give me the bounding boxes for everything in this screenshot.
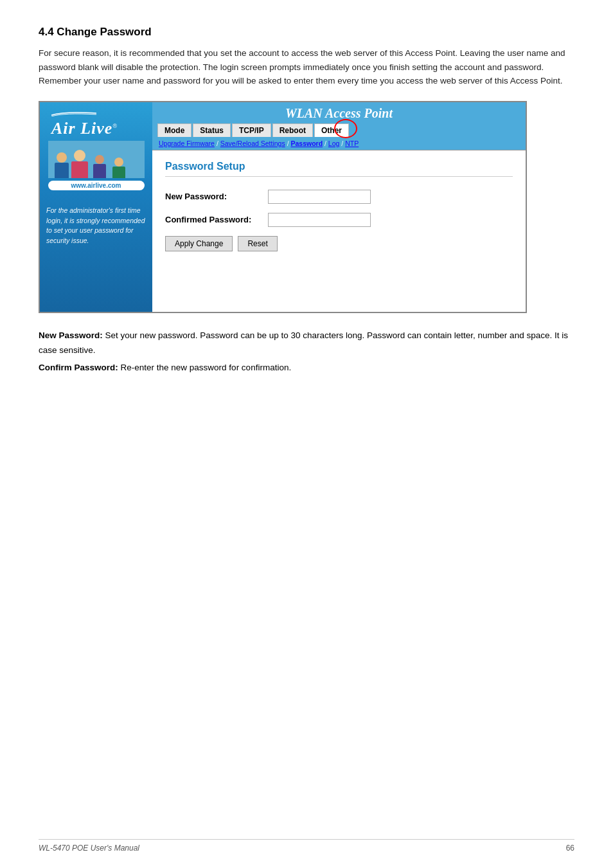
section-title: 4.4 Change Password — [39, 26, 574, 39]
sub-nav-links: Upgrade Firmware / Save/Reload Settings … — [157, 138, 520, 150]
sub-link-ntp[interactable]: NTP — [345, 140, 359, 147]
new-password-label: New Password: — [165, 192, 268, 201]
sub-link-upgrade-firmware[interactable]: Upgrade Firmware — [159, 140, 215, 147]
button-row: Apply Change Reset — [165, 236, 513, 251]
confirmed-password-label: Confirmed Password: — [165, 215, 268, 224]
content-title: Password Setup — [165, 161, 513, 177]
sub-link-password[interactable]: Password — [290, 140, 323, 147]
logo-text: Air Live — [51, 119, 112, 138]
tab-reboot[interactable]: Reboot — [272, 123, 313, 137]
logo-swoosh-icon — [51, 111, 96, 116]
footer-manual-name: WL-5470 POE User's Manual — [39, 844, 139, 853]
logo-url: www.airlive.com — [48, 181, 145, 190]
new-password-input[interactable] — [268, 190, 371, 204]
tab-other[interactable]: Other — [314, 123, 349, 137]
new-password-term: New Password: — [39, 330, 103, 340]
confirm-password-term: Confirm Password: — [39, 363, 118, 372]
confirmed-password-input[interactable] — [268, 213, 371, 227]
logo-area: Air Live ® — [40, 102, 152, 195]
people-illustration — [48, 141, 145, 178]
footer-page-number: 66 — [566, 844, 574, 853]
tab-mode[interactable]: Mode — [157, 123, 191, 137]
new-password-desc-text: Set your new password. Password can be u… — [39, 330, 568, 355]
main-content-area: WLAN Access Point Mode Status TCP/IP Reb… — [152, 102, 526, 312]
sub-link-log[interactable]: Log — [328, 140, 340, 147]
confirm-password-desc: Confirm Password: Re-enter the new passw… — [39, 361, 574, 375]
confirm-password-desc-text: Re-enter the new password for confirmati… — [118, 363, 291, 372]
description-section: New Password: Set your new password. Pas… — [39, 329, 574, 375]
router-panel: Air Live ® — [39, 101, 527, 313]
tab-status[interactable]: Status — [193, 123, 231, 137]
panel-title: WLAN Access Point — [157, 106, 520, 123]
intro-paragraph: For secure reason, it is recommended tha… — [39, 46, 574, 88]
reset-button[interactable]: Reset — [238, 236, 277, 251]
sub-link-save-reload[interactable]: Save/Reload Settings — [220, 140, 285, 147]
new-password-desc: New Password: Set your new password. Pas… — [39, 329, 574, 358]
page-footer: WL-5470 POE User's Manual 66 — [39, 839, 574, 853]
confirmed-password-group: Confirmed Password: — [165, 213, 513, 227]
router-sidebar: Air Live ® — [40, 102, 152, 312]
sidebar-note: For the administrator's first time login… — [40, 195, 152, 253]
nav-bar: WLAN Access Point Mode Status TCP/IP Reb… — [152, 102, 526, 150]
apply-change-button[interactable]: Apply Change — [165, 236, 233, 251]
tab-tcpip[interactable]: TCP/IP — [232, 123, 271, 137]
nav-tabs: Mode Status TCP/IP Reboot Other — [157, 123, 520, 137]
password-setup-content: Password Setup New Password: Confirmed P… — [152, 150, 526, 312]
new-password-group: New Password: — [165, 190, 513, 204]
